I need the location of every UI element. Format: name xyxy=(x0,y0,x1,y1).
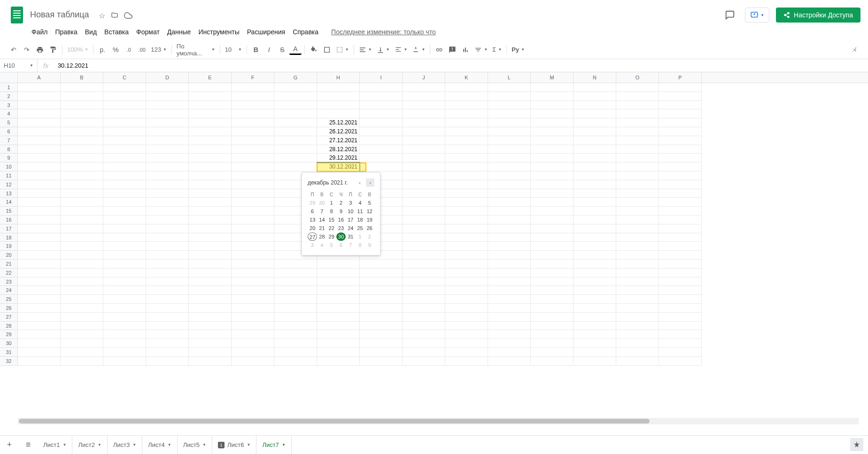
datepicker-day[interactable]: 16 xyxy=(336,215,346,224)
document-title[interactable]: Новая таблица xyxy=(30,10,89,20)
cell[interactable] xyxy=(360,162,403,171)
column-header[interactable]: M xyxy=(531,72,574,83)
cell[interactable] xyxy=(574,154,616,162)
cell[interactable] xyxy=(403,277,445,286)
cell[interactable] xyxy=(360,348,403,357)
cell[interactable] xyxy=(18,162,61,171)
cell[interactable] xyxy=(146,136,189,145)
menu-help[interactable]: Справка xyxy=(289,26,322,38)
cell[interactable] xyxy=(274,269,317,277)
cell[interactable] xyxy=(659,242,702,251)
present-button[interactable]: ▼ xyxy=(745,8,769,23)
cell[interactable] xyxy=(616,330,659,339)
cell[interactable] xyxy=(232,348,274,357)
cell[interactable] xyxy=(18,215,61,224)
cell[interactable] xyxy=(659,171,702,180)
cell[interactable] xyxy=(146,330,189,339)
cell[interactable] xyxy=(189,162,232,171)
cell[interactable] xyxy=(146,339,189,348)
cell[interactable] xyxy=(146,118,189,127)
cell[interactable] xyxy=(403,339,445,348)
cell[interactable] xyxy=(445,330,488,339)
cell[interactable] xyxy=(531,154,574,162)
datepicker-day[interactable]: 22 xyxy=(327,224,336,232)
cell[interactable] xyxy=(146,101,189,110)
cell[interactable] xyxy=(403,251,445,260)
cell[interactable] xyxy=(189,277,232,286)
cell[interactable] xyxy=(445,322,488,331)
datepicker-day[interactable]: 27 xyxy=(308,232,317,241)
cell[interactable] xyxy=(574,109,616,118)
cell[interactable] xyxy=(659,313,702,322)
chevron-down-icon[interactable]: ▼ xyxy=(282,443,286,447)
cell[interactable] xyxy=(445,233,488,242)
column-header[interactable]: N xyxy=(574,72,616,83)
cell[interactable] xyxy=(616,322,659,331)
cell[interactable] xyxy=(103,233,146,242)
cell[interactable] xyxy=(103,198,146,207)
cell[interactable] xyxy=(659,304,702,313)
row-header[interactable]: 18 xyxy=(0,233,18,242)
cell[interactable] xyxy=(488,215,531,224)
cell[interactable] xyxy=(403,83,445,92)
row-header[interactable]: 24 xyxy=(0,286,18,295)
cell[interactable] xyxy=(274,127,317,136)
cell[interactable] xyxy=(488,207,531,215)
cell[interactable] xyxy=(189,171,232,180)
cell[interactable] xyxy=(18,127,61,136)
cell[interactable] xyxy=(232,92,274,101)
cell[interactable] xyxy=(445,277,488,286)
cell[interactable] xyxy=(574,215,616,224)
cell[interactable] xyxy=(18,224,61,233)
cell[interactable] xyxy=(146,207,189,215)
cell[interactable] xyxy=(18,304,61,313)
cell[interactable] xyxy=(574,348,616,357)
strikethrough-icon[interactable]: S xyxy=(276,44,288,56)
cell[interactable] xyxy=(146,286,189,295)
cell[interactable] xyxy=(232,207,274,215)
cell[interactable] xyxy=(274,136,317,145)
cell[interactable] xyxy=(146,83,189,92)
cell[interactable] xyxy=(659,339,702,348)
cell[interactable] xyxy=(103,277,146,286)
row-header[interactable]: 13 xyxy=(0,189,18,198)
row-header[interactable]: 21 xyxy=(0,260,18,269)
cell[interactable] xyxy=(232,118,274,127)
cell[interactable] xyxy=(659,286,702,295)
cell[interactable] xyxy=(103,313,146,322)
cell[interactable] xyxy=(403,92,445,101)
cell[interactable] xyxy=(189,207,232,215)
cell[interactable] xyxy=(403,198,445,207)
add-sheet-button[interactable]: + xyxy=(0,436,19,454)
cell[interactable] xyxy=(488,277,531,286)
horizontal-scrollbar[interactable] xyxy=(18,418,859,424)
cell[interactable] xyxy=(403,242,445,251)
cell[interactable] xyxy=(574,127,616,136)
cell[interactable] xyxy=(616,242,659,251)
cell[interactable] xyxy=(189,286,232,295)
column-header[interactable]: C xyxy=(103,72,146,83)
menu-view[interactable]: Вид xyxy=(82,26,100,38)
cell[interactable] xyxy=(146,198,189,207)
cell[interactable] xyxy=(574,233,616,242)
datepicker-day[interactable]: 25 xyxy=(355,224,364,232)
cell[interactable] xyxy=(659,224,702,233)
cell[interactable] xyxy=(659,101,702,110)
share-button[interactable]: Настройки Доступа xyxy=(776,8,860,23)
row-header[interactable]: 17 xyxy=(0,224,18,233)
datepicker-day[interactable]: 5 xyxy=(327,241,336,249)
cell[interactable] xyxy=(360,357,403,366)
datepicker-day[interactable]: 29 xyxy=(308,199,317,207)
cell[interactable] xyxy=(574,180,616,189)
collapse-toolbar-icon[interactable]: ㄨ xyxy=(848,44,860,56)
cell[interactable] xyxy=(274,322,317,331)
cell[interactable] xyxy=(146,233,189,242)
cell[interactable] xyxy=(574,313,616,322)
cell[interactable] xyxy=(488,118,531,127)
datepicker-day[interactable]: 6 xyxy=(336,241,346,249)
cell[interactable] xyxy=(232,136,274,145)
cell[interactable] xyxy=(445,260,488,269)
cell[interactable] xyxy=(103,286,146,295)
cell[interactable] xyxy=(274,83,317,92)
cell[interactable] xyxy=(189,348,232,357)
